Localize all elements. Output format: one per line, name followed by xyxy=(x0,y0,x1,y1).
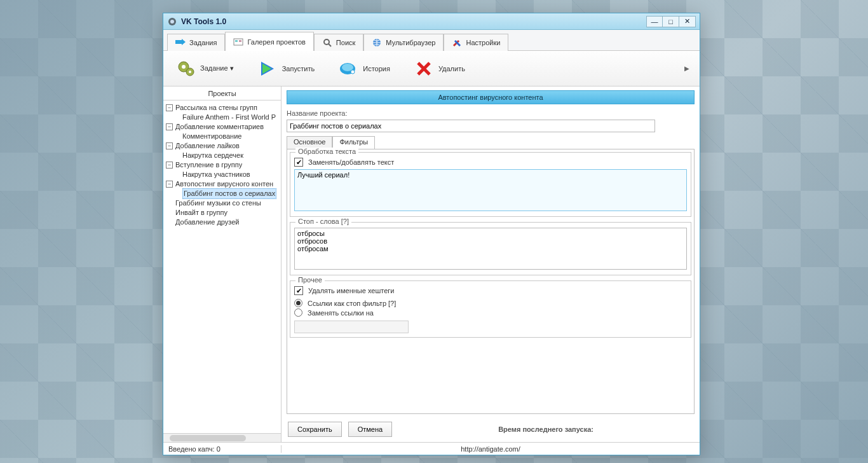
svg-rect-4 xyxy=(235,40,238,42)
tree-node[interactable]: −Рассылка на стены групп xyxy=(166,103,281,113)
replace-textarea[interactable]: Лучший сериал! xyxy=(294,169,687,211)
links-stop-label: Ссылки как стоп фильтр [?] xyxy=(308,300,396,307)
main-panel: Автопостинг вирусного контента Название … xyxy=(281,86,700,442)
history-button[interactable]: История xyxy=(332,55,397,83)
search-icon xyxy=(322,38,332,48)
cancel-button[interactable]: Отмена xyxy=(348,422,392,437)
delete-label: Удалить xyxy=(438,65,465,73)
close-button[interactable]: ✕ xyxy=(679,16,696,27)
tree-node[interactable]: −Вступление в группу xyxy=(166,160,281,170)
links-stop-radio[interactable] xyxy=(294,299,302,307)
svg-point-19 xyxy=(351,70,355,74)
tree-node[interactable]: −Добавление лайков xyxy=(166,141,281,151)
tree-node[interactable]: Накрутка участников xyxy=(166,170,281,179)
window-title: VK Tools 1.0 xyxy=(181,17,226,26)
toolbar-overflow[interactable]: ▶ xyxy=(684,65,693,72)
app-icon xyxy=(167,17,177,27)
group-other: Прочее ✔ Удалять именные хештеги Ссылки … xyxy=(290,280,691,338)
status-captcha: Введено капч: 0 xyxy=(163,445,281,453)
tab-label: Настройки xyxy=(466,39,500,46)
history-label: История xyxy=(363,65,390,73)
svg-line-7 xyxy=(329,44,331,46)
tree-node[interactable]: −Добавление комментариев xyxy=(166,122,281,132)
tab-label: Галерея проектов xyxy=(247,38,305,46)
replace-label: Заменять/добавлять текст xyxy=(308,158,394,166)
tab-label: Мультибраузер xyxy=(386,39,435,46)
maximize-button[interactable]: □ xyxy=(663,16,679,27)
svg-point-1 xyxy=(170,20,174,24)
tab-multibrowser[interactable]: Мультибраузер xyxy=(363,34,444,51)
tab-tasks[interactable]: Задания xyxy=(167,34,225,51)
stopwords-textarea[interactable]: отбросы отбросов отбросам xyxy=(294,228,687,270)
svg-rect-5 xyxy=(239,40,241,42)
delete-button[interactable]: Удалить xyxy=(408,55,471,83)
delete-icon xyxy=(414,59,433,78)
toolbar: Задание ▾ Запустить История Удалить ▶ xyxy=(163,51,700,86)
app-tabbar: Задания Галерея проектов Поиск Мультибра… xyxy=(163,30,700,51)
tab-label: Задания xyxy=(189,39,217,46)
play-icon xyxy=(258,59,277,78)
gallery-icon xyxy=(233,37,243,47)
tab-search[interactable]: Поиск xyxy=(314,34,363,51)
svg-marker-2 xyxy=(175,39,186,45)
tree-node[interactable]: Граббинг музыки со стены xyxy=(166,198,281,208)
tree-node[interactable]: Добавление друзей xyxy=(166,218,281,227)
links-replace-label: Заменять ссылки на xyxy=(308,309,374,317)
save-button[interactable]: Сохранить xyxy=(288,422,342,437)
project-name-label: Название проекта: xyxy=(287,109,695,117)
sidebar-header: Проекты xyxy=(163,86,281,100)
task-label: Задание ▾ xyxy=(200,64,234,73)
links-replace-input xyxy=(294,321,409,333)
task-button[interactable]: Задание ▾ xyxy=(170,55,240,83)
globe-icon xyxy=(372,38,382,48)
minimize-button[interactable]: — xyxy=(646,16,663,27)
group-caption: Прочее xyxy=(295,276,325,284)
group-text-processing: Обработка текста ✔ Заменять/добавлять те… xyxy=(290,152,691,217)
sidebar: Проекты −Рассылка на стены групп Failure… xyxy=(163,86,281,442)
tools-icon xyxy=(452,38,462,48)
svg-point-14 xyxy=(189,71,191,73)
run-button[interactable]: Запустить xyxy=(252,55,322,83)
svg-point-13 xyxy=(182,65,186,69)
sidebar-hscroll[interactable] xyxy=(163,433,281,442)
gears-icon xyxy=(176,59,195,78)
tree-node[interactable]: Накрутка сердечек xyxy=(166,151,281,160)
group-caption: Стоп - слова [?] xyxy=(295,218,351,225)
last-run-label: Время последнего запуска: xyxy=(398,425,693,433)
tree-node[interactable]: Failure Anthem - First World P xyxy=(166,113,281,122)
group-stopwords: Стоп - слова [?] отбросы отбросов отброс… xyxy=(290,222,691,275)
status-bar: Введено капч: 0 http://antigate.com/ xyxy=(163,442,700,455)
tree-node-selected[interactable]: Граббинг постов о сериалах xyxy=(166,189,281,198)
tab-label: Поиск xyxy=(336,39,355,46)
tree-node[interactable]: Комментирование xyxy=(166,132,281,141)
svg-point-6 xyxy=(324,39,329,45)
arrow-icon xyxy=(175,38,186,48)
panel-header: Автопостинг вирусного контента xyxy=(287,90,695,104)
delete-hashtags-checkbox[interactable]: ✔ xyxy=(294,286,303,295)
project-tree[interactable]: −Рассылка на стены групп Failure Anthem … xyxy=(163,100,281,433)
status-url: http://antigate.com/ xyxy=(281,445,700,453)
app-window: VK Tools 1.0 — □ ✕ Задания Галерея проек… xyxy=(163,13,700,455)
history-icon xyxy=(339,59,358,78)
project-name-input[interactable] xyxy=(287,120,655,132)
tree-node[interactable]: −Автопостинг вирусного контен xyxy=(166,179,281,189)
tab-settings[interactable]: Настройки xyxy=(444,34,508,51)
run-label: Запустить xyxy=(282,65,315,73)
group-caption: Обработка текста xyxy=(295,148,358,155)
replace-checkbox[interactable]: ✔ xyxy=(294,158,303,167)
subtab-content: Обработка текста ✔ Заменять/добавлять те… xyxy=(287,149,695,414)
tree-node[interactable]: Инвайт в группу xyxy=(166,208,281,218)
delete-hashtags-label: Удалять именные хештеги xyxy=(308,287,394,294)
links-replace-radio[interactable] xyxy=(294,308,302,317)
tab-gallery[interactable]: Галерея проектов xyxy=(225,32,313,51)
titlebar[interactable]: VK Tools 1.0 — □ ✕ xyxy=(163,13,700,30)
